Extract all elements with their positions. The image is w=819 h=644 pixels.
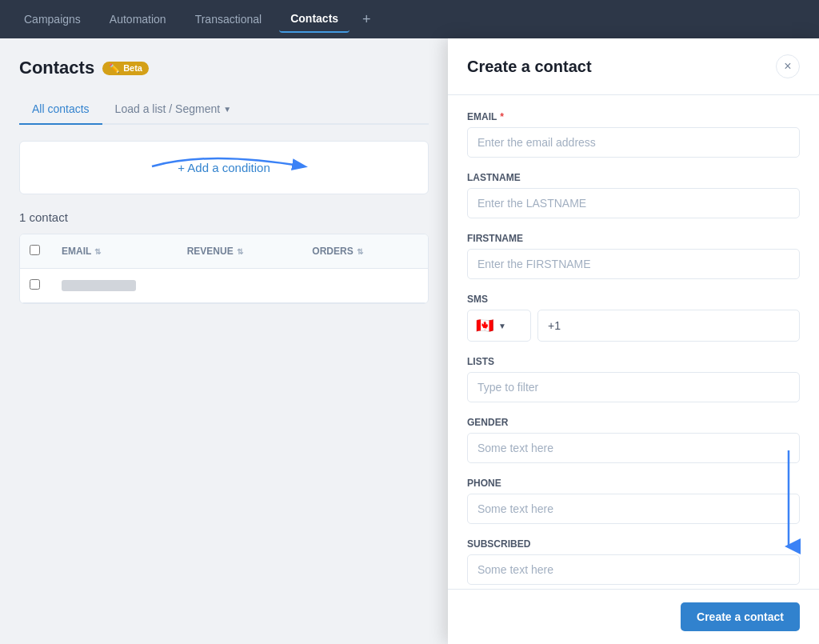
sort-email-icon[interactable]: ⇅ [94,247,101,256]
nav-campaigns[interactable]: Campaigns [13,6,92,32]
drawer-title: Create a contact [467,58,592,76]
firstname-label: FIRSTNAME [467,233,800,244]
contact-count: 1 contact [19,210,429,224]
required-indicator: * [500,111,504,122]
nav-contacts[interactable]: Contacts [279,6,350,33]
cell-orders [302,276,428,295]
tab-all-contacts[interactable]: All contacts [19,94,102,125]
create-contact-button[interactable]: Create a contact [681,602,800,631]
gender-label: GENDER [467,417,800,428]
sms-row: 🇨🇦 ▼ [467,310,800,342]
sort-revenue-icon[interactable]: ⇅ [237,247,243,256]
table-row [20,269,428,303]
create-contact-drawer: Create a contact × EMAIL * LASTNAME FIRS… [448,38,819,644]
lastname-label: LASTNAME [467,172,800,183]
sms-field-group: SMS 🇨🇦 ▼ [467,294,800,342]
left-panel: Contacts ✏️ Beta All contacts Load a lis… [0,38,448,644]
email-field-group: EMAIL * [467,111,800,158]
firstname-field-group: FIRSTNAME [467,233,800,279]
tabs-row: All contacts Load a list / Segment ▼ [19,94,429,125]
phone-input[interactable] [467,494,800,524]
drawer-footer: Create a contact [448,589,819,644]
beta-badge: ✏️ Beta [102,62,149,75]
chevron-down-icon: ▼ [223,105,231,114]
nav-transactional[interactable]: Transactional [184,6,274,32]
add-condition-button[interactable]: + Add a condition [178,161,270,174]
chevron-down-icon: ▼ [498,322,506,330]
sms-number-input[interactable] [537,310,800,342]
top-navigation: Campaigns Automation Transactional Conta… [0,0,819,38]
page-title-row: Contacts ✏️ Beta [19,58,429,78]
lists-label: LISTS [467,356,800,367]
col-email: EMAIL ⇅ [52,234,178,268]
country-code-selector[interactable]: 🇨🇦 ▼ [467,310,531,342]
sort-orders-icon[interactable]: ⇅ [357,247,363,256]
lastname-field-group: LASTNAME [467,172,800,218]
select-all-checkbox[interactable] [30,245,40,255]
sms-label: SMS [467,294,800,305]
drawer-body: EMAIL * LASTNAME FIRSTNAME SMS � [448,95,819,589]
row-checkbox[interactable] [30,279,40,290]
table-header: EMAIL ⇅ REVENUE ⇅ ORDERS ⇅ [20,234,428,269]
drawer-header: Create a contact × [448,38,819,95]
main-area: Contacts ✏️ Beta All contacts Load a lis… [0,38,819,644]
phone-label: PHONE [467,478,800,489]
flag-icon: 🇨🇦 [476,317,493,334]
lists-input[interactable] [467,372,800,402]
subscribed-label: SUBSCRIBED [467,538,800,550]
cell-email [52,270,178,301]
col-revenue: REVENUE ⇅ [178,234,303,268]
subscribed-field-group: SUBSCRIBED [467,538,800,585]
firstname-input[interactable] [467,249,800,279]
gender-field-group: GENDER [467,417,800,463]
lastname-input[interactable] [467,188,800,218]
contacts-table: EMAIL ⇅ REVENUE ⇅ ORDERS ⇅ [19,234,429,304]
email-label: EMAIL * [467,111,800,122]
close-drawer-button[interactable]: × [776,54,800,78]
nav-add-icon[interactable]: + [356,8,378,31]
phone-field-group: PHONE [467,478,800,524]
lists-field-group: LISTS [467,356,800,402]
page-title: Contacts [19,58,94,78]
pencil-icon: ✏️ [109,63,120,74]
col-orders: ORDERS ⇅ [302,234,428,268]
subscribed-input[interactable] [467,554,800,585]
add-condition-box: + Add a condition [19,141,429,194]
gender-input[interactable] [467,433,800,463]
tab-load-list[interactable]: Load a list / Segment ▼ [102,94,244,125]
email-input[interactable] [467,127,800,158]
nav-automation[interactable]: Automation [98,6,178,32]
cell-revenue [178,276,303,295]
